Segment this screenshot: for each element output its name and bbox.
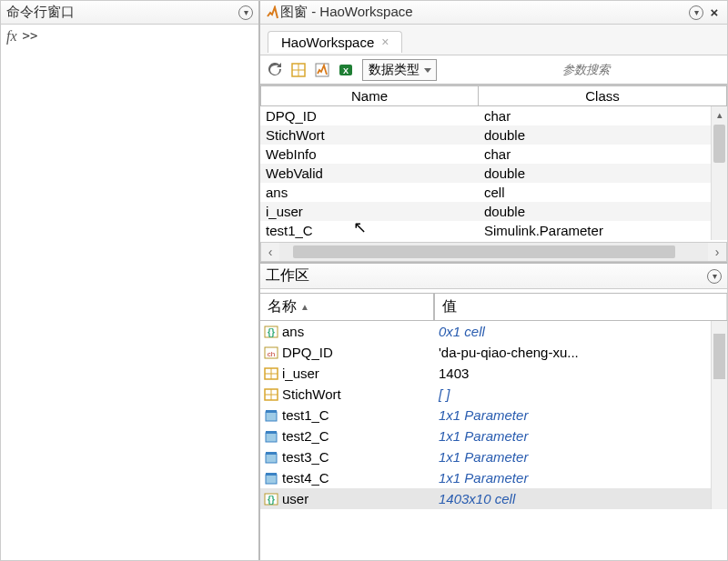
table-row[interactable]: i_userdouble [260, 202, 727, 221]
list-item[interactable]: {}user1403x10 cell [260, 488, 727, 509]
cell-class: double [479, 164, 727, 183]
svg-rect-21 [266, 452, 277, 455]
table-row[interactable]: WebValiddouble [260, 164, 727, 183]
command-window-title: 命令行窗口 [6, 4, 238, 21]
cell-class: char [479, 145, 727, 164]
var-type-icon: ch [264, 346, 278, 360]
variables-grid: Name Class DPQ_IDcharStichWortdoubleWebI… [260, 85, 727, 240]
command-window-panel: 命令行窗口 ▾ fx >> [1, 1, 260, 560]
search-input[interactable] [448, 59, 723, 81]
ws-cell-value: [ ] [435, 386, 727, 402]
var-type-icon [264, 471, 278, 486]
list-item[interactable]: test3_C1x1 Parameter [260, 446, 727, 467]
cell-name: i_user [260, 202, 479, 221]
svg-text:ch: ch [268, 350, 275, 358]
ws-cell-name: test4_C [260, 470, 435, 486]
tab-haoworkspace[interactable]: HaoWorkspace × [268, 31, 402, 53]
workspace-rows: {}ans0x1 cellchDPQ_ID'da-pu-qiao-cheng-x… [260, 321, 727, 509]
tab-close-icon[interactable]: × [381, 35, 389, 49]
ws-cell-value: 0x1 cell [435, 324, 727, 339]
refresh-button[interactable] [264, 59, 286, 81]
svg-text:{}: {} [268, 327, 275, 337]
matlab-figure-button[interactable] [311, 59, 333, 81]
close-icon[interactable]: × [707, 5, 722, 20]
filter-label: 数据类型 [369, 62, 420, 78]
list-item[interactable]: test4_C1x1 Parameter [260, 467, 727, 488]
cell-name: ans [260, 183, 479, 202]
figure-window-header: 图窗 - HaoWorkspace ▾ × [260, 1, 727, 25]
ws-cell-name: test3_C [260, 449, 435, 465]
cell-name: StichWort [260, 125, 479, 145]
cell-class: char [479, 106, 727, 125]
workspace-title: 工作区 [266, 266, 707, 286]
cell-name: DPQ_ID [260, 106, 479, 125]
table-row[interactable]: WebInfochar [260, 145, 727, 164]
list-item[interactable]: test2_C1x1 Parameter [260, 426, 727, 446]
table-row[interactable]: StichWortdouble [260, 125, 727, 145]
ws-cell-value: 1x1 Parameter [435, 407, 727, 423]
cell-class: cell [479, 183, 727, 202]
horizontal-scrollbar[interactable]: ‹ › [260, 242, 727, 262]
collapse-icon[interactable]: ▾ [689, 5, 703, 20]
ws-cell-name: StichWort [260, 386, 435, 402]
cell-name: test1_C [260, 221, 479, 240]
col-name[interactable]: Name [260, 85, 479, 106]
scroll-thumb[interactable] [713, 125, 725, 163]
col-class[interactable]: Class [479, 85, 727, 106]
list-item[interactable]: test1_C1x1 Parameter [260, 405, 727, 426]
var-type-icon: {} [264, 492, 278, 506]
svg-rect-23 [266, 473, 277, 476]
table-row[interactable]: test1_CSimulink.Parameter [260, 221, 727, 240]
svg-text:X: X [343, 66, 349, 75]
cell-class: double [479, 125, 727, 145]
workspace-columns: 名称 ▲ 值 [260, 293, 727, 321]
list-item[interactable]: i_user1403 [260, 363, 727, 384]
filter-dropdown[interactable]: 数据类型 [362, 59, 437, 81]
list-item[interactable]: StichWort[ ] [260, 384, 727, 405]
scroll-thumb-h[interactable] [293, 245, 675, 258]
ws-cell-value: 1403x10 cell [435, 491, 727, 506]
vertical-scrollbar[interactable] [711, 321, 727, 509]
var-type-icon [264, 408, 278, 423]
ws-cell-name: i_user [260, 366, 435, 381]
grid-header: Name Class [260, 85, 727, 106]
fx-icon[interactable]: fx [6, 28, 17, 45]
right-panel: 图窗 - HaoWorkspace ▾ × HaoWorkspace × [260, 1, 727, 560]
ws-cell-value: 'da-pu-qiao-cheng-xu... [435, 345, 727, 360]
workspace-header: 工作区 ▾ [260, 264, 727, 289]
vertical-scrollbar[interactable]: ▴ ▾ [711, 106, 727, 240]
ws-col-value[interactable]: 值 [435, 294, 727, 320]
collapse-icon[interactable]: ▾ [707, 269, 722, 284]
svg-text:{}: {} [268, 495, 275, 505]
scroll-track[interactable] [279, 243, 708, 261]
ws-cell-value: 1x1 Parameter [435, 470, 727, 486]
scroll-thumb[interactable] [713, 334, 725, 379]
scroll-up-icon[interactable]: ▴ [712, 106, 727, 123]
command-window-body[interactable]: fx >> [1, 25, 258, 48]
list-item[interactable]: {}ans0x1 cell [260, 321, 727, 342]
grid-view-button[interactable] [288, 59, 309, 81]
ws-cell-value: 1x1 Parameter [435, 428, 727, 444]
toolbar: X 数据类型 [260, 55, 727, 85]
tab-bar: HaoWorkspace × [260, 25, 727, 55]
excel-export-button[interactable]: X [335, 59, 357, 81]
scroll-right-icon[interactable]: › [708, 245, 726, 259]
var-type-icon [264, 450, 278, 465]
ws-col-name[interactable]: 名称 ▲ [260, 294, 435, 320]
table-row[interactable]: anscell [260, 183, 727, 202]
cell-class: Simulink.Parameter [479, 221, 727, 240]
svg-rect-17 [266, 410, 277, 413]
ws-cell-name: chDPQ_ID [260, 345, 435, 360]
collapse-icon[interactable]: ▾ [238, 5, 253, 20]
scroll-left-icon[interactable]: ‹ [261, 245, 279, 259]
ws-cell-name: test2_C [260, 428, 435, 444]
workspace-panel: 工作区 ▾ 名称 ▲ 值 {}ans0x1 cellchDPQ_ID'da-pu… [260, 262, 727, 509]
ws-cell-value: 1403 [435, 366, 727, 381]
svg-rect-19 [266, 431, 277, 434]
tab-label: HaoWorkspace [281, 35, 374, 50]
ws-cell-name: test1_C [260, 407, 435, 423]
table-row[interactable]: DPQ_IDchar [260, 106, 727, 125]
sort-asc-icon: ▲ [300, 302, 309, 312]
cell-name: WebValid [260, 164, 479, 183]
list-item[interactable]: chDPQ_ID'da-pu-qiao-cheng-xu... [260, 342, 727, 363]
